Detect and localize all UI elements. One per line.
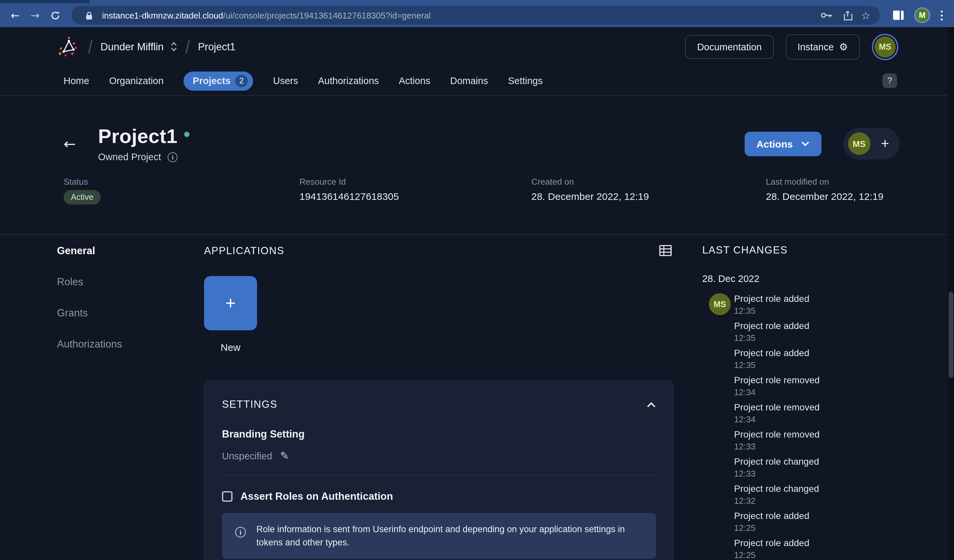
timeline-entry[interactable]: MS Project role added12:35 xyxy=(702,293,954,316)
browser-profile-avatar[interactable]: M xyxy=(914,7,930,23)
zitadel-logo[interactable] xyxy=(56,35,80,59)
entry-time: 12:35 xyxy=(734,333,809,343)
timeline-entry[interactable]: Project role changed12:33 xyxy=(702,456,954,479)
page-scrollbar[interactable] xyxy=(948,27,954,560)
settings-card: SETTINGS Branding Setting Unspecified ✎ … xyxy=(204,381,674,560)
card-divider xyxy=(222,474,656,475)
project-title-block: Project1 Owned Project i xyxy=(98,125,189,162)
project-hero-row: ← Project1 Owned Project i Actions MS xyxy=(64,125,899,162)
entry-label: Project role added xyxy=(734,320,809,331)
scrollbar-thumb[interactable] xyxy=(949,292,953,378)
resource-id-label: Resource Id xyxy=(299,177,532,187)
browser-chrome: ← → instance1-dkmnzw.zitadel.cloud/ui/co… xyxy=(0,0,954,27)
org-switcher-label[interactable]: Dunder Mifflin xyxy=(100,41,164,53)
tab-settings[interactable]: Settings xyxy=(508,75,542,86)
tab-projects[interactable]: Projects 2 xyxy=(184,71,253,90)
timeline-entry[interactable]: Project role removed12:34 xyxy=(702,402,954,424)
meta-resource-id: Resource Id 194136146127618305 xyxy=(299,177,532,205)
browser-menu-icon[interactable] xyxy=(935,7,947,23)
entry-time: 12:34 xyxy=(734,387,820,397)
tab-users[interactable]: Users xyxy=(273,75,298,86)
actions-dropdown-button[interactable]: Actions xyxy=(744,131,821,156)
documentation-button[interactable]: Documentation xyxy=(685,35,773,59)
entry-time: 12:25 xyxy=(734,550,809,560)
side-panel-icon[interactable] xyxy=(893,11,904,20)
sidenav-item-grants[interactable]: Grants xyxy=(57,307,204,319)
info-banner-text: Role information is sent from Userinfo e… xyxy=(256,523,643,549)
url-text: instance1-dkmnzw.zitadel.cloud/ui/consol… xyxy=(102,10,431,20)
breadcrumb-slash: / xyxy=(186,36,190,57)
project-sidenav: General Roles Grants Authorizations xyxy=(57,239,204,560)
breadcrumb-project[interactable]: Project1 xyxy=(198,41,235,53)
timeline-entry[interactable]: Project role added12:35 xyxy=(702,347,954,370)
bookmark-star-icon[interactable]: ☆ xyxy=(861,9,871,22)
edit-pencil-icon[interactable]: ✎ xyxy=(280,450,289,462)
timeline-entry[interactable]: Project role removed12:33 xyxy=(702,429,954,451)
collapse-chevron-icon[interactable] xyxy=(647,401,656,408)
entry-avatar-slot xyxy=(702,538,734,560)
help-button[interactable]: ? xyxy=(882,73,897,88)
url-path: /ui/console/projects/194136146127618305?… xyxy=(223,10,431,20)
meta-created: Created on 28. December 2022, 12:19 xyxy=(532,177,766,205)
info-icon[interactable]: i xyxy=(168,152,178,162)
tab-actions[interactable]: Actions xyxy=(399,75,430,86)
user-avatar-initials: MS xyxy=(874,36,896,57)
new-application-button[interactable]: + xyxy=(204,276,257,330)
browser-forward-icon[interactable]: → xyxy=(26,6,44,24)
meta-status: Status Active xyxy=(64,177,299,205)
browser-tab-strip xyxy=(0,0,954,3)
share-icon[interactable] xyxy=(840,7,856,23)
add-member-button[interactable]: + xyxy=(881,136,889,152)
assert-roles-checkbox[interactable] xyxy=(222,491,232,502)
entry-avatar-slot xyxy=(702,375,734,397)
breadcrumb-slash: / xyxy=(88,36,92,57)
url-domain: instance1-dkmnzw.zitadel.cloud xyxy=(102,10,223,20)
project-hero: ← Project1 Owned Project i Actions MS xyxy=(0,96,954,235)
browser-back-icon[interactable]: ← xyxy=(7,6,24,24)
changes-timeline: MS Project role added12:35 Project role … xyxy=(702,293,954,560)
entry-avatar-slot xyxy=(702,456,734,479)
password-key-icon[interactable] xyxy=(818,7,834,23)
project-members-group[interactable]: MS + xyxy=(843,128,899,160)
entry-avatar-slot: MS xyxy=(702,293,734,316)
lock-icon xyxy=(81,7,97,23)
tab-authorizations[interactable]: Authorizations xyxy=(318,75,379,86)
sidenav-item-general[interactable]: General xyxy=(57,245,204,257)
sidenav-item-authorizations[interactable]: Authorizations xyxy=(57,338,204,350)
timeline-entry[interactable]: Project role added12:25 xyxy=(702,510,954,533)
entry-label: Project role added xyxy=(734,347,809,358)
main-nav: Home Organization Projects 2 Users Autho… xyxy=(0,66,954,95)
address-bar[interactable]: instance1-dkmnzw.zitadel.cloud/ui/consol… xyxy=(72,6,880,25)
branding-setting-row: Unspecified ✎ xyxy=(222,450,656,462)
content: General Roles Grants Authorizations APPL… xyxy=(0,235,954,560)
tab-organization[interactable]: Organization xyxy=(109,75,163,86)
entry-time: 12:33 xyxy=(734,442,820,451)
branding-setting-value: Unspecified xyxy=(222,450,272,461)
entry-label: Project role changed xyxy=(734,456,819,467)
table-view-icon[interactable] xyxy=(659,244,672,257)
main-column: APPLICATIONS + New SETTINGS Branding Set… xyxy=(204,239,680,560)
org-switcher-icon[interactable] xyxy=(170,41,178,52)
entry-label: Project role removed xyxy=(734,375,820,385)
entry-label: Project role changed xyxy=(734,483,819,494)
timeline-entry[interactable]: Project role added12:25 xyxy=(702,538,954,560)
gear-icon: ⚙ xyxy=(839,41,848,53)
timeline-entry[interactable]: Project role added12:35 xyxy=(702,320,954,343)
instance-button[interactable]: Instance ⚙ xyxy=(786,34,860,59)
timeline-entry[interactable]: Project role changed12:32 xyxy=(702,483,954,506)
assert-roles-row: Assert Roles on Authentication xyxy=(222,490,656,502)
sidenav-item-roles[interactable]: Roles xyxy=(57,276,204,288)
browser-reload-icon[interactable] xyxy=(46,6,64,24)
timeline-entry[interactable]: Project role removed12:34 xyxy=(702,375,954,397)
tab-domains[interactable]: Domains xyxy=(450,75,488,86)
modified-label: Last modified on xyxy=(766,177,899,187)
last-changes-column: LAST CHANGES 28. Dec 2022 MS Project rol… xyxy=(680,239,954,560)
back-arrow-icon[interactable]: ← xyxy=(64,135,80,152)
entry-label: Project role added xyxy=(734,293,809,304)
entry-avatar-slot xyxy=(702,320,734,343)
user-avatar[interactable]: MS xyxy=(872,33,898,60)
last-changes-title: LAST CHANGES xyxy=(702,244,788,256)
entry-time: 12:35 xyxy=(734,360,809,370)
new-application-label: New xyxy=(204,342,257,353)
tab-home[interactable]: Home xyxy=(64,75,89,86)
